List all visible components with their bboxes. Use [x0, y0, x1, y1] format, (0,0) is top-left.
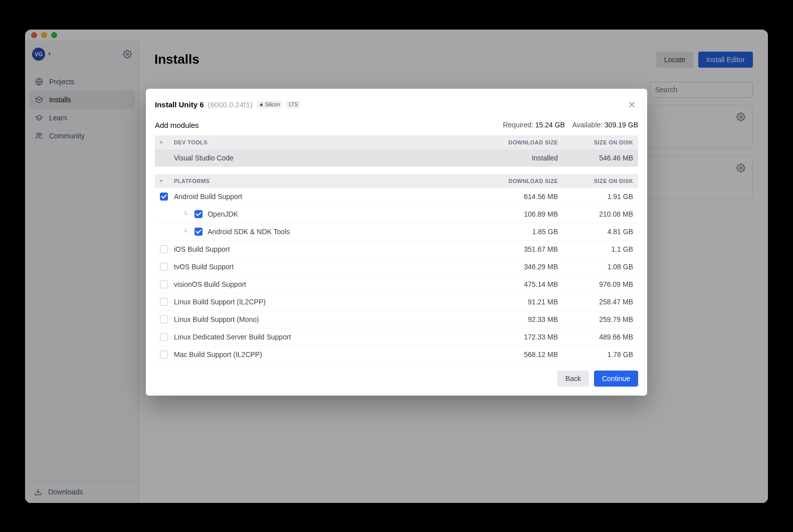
module-download-size: 1.85 GB — [483, 228, 558, 236]
disk-summary: Required: 15.24 GB Available: 309.19 GB — [503, 121, 638, 129]
module-checkbox[interactable] — [160, 193, 168, 201]
module-name: Linux Build Support (IL2CPP) — [174, 298, 483, 306]
module-disk-size: 1.1 GB — [558, 245, 633, 253]
module-download-size: 614.56 MB — [483, 193, 558, 201]
module-row-linux-il2cpp[interactable]: Linux Build Support (IL2CPP) 91.21 MB 25… — [155, 293, 638, 311]
module-checkbox[interactable] — [160, 280, 168, 288]
chevron-down-icon: ▾ — [160, 139, 174, 145]
module-name: Linux Build Support (Mono) — [174, 315, 483, 323]
module-disk-size: 4.81 GB — [558, 228, 633, 236]
module-name: iOS Build Support — [174, 245, 483, 253]
module-download-size: 568.12 MB — [483, 350, 558, 359]
module-name: visionOS Build Support — [174, 280, 483, 288]
module-name: Visual Studio Code — [174, 154, 483, 162]
module-download-size: 92.33 MB — [483, 315, 558, 323]
module-download-size: 346.29 MB — [483, 263, 558, 271]
module-disk-size: 489.66 MB — [558, 333, 633, 341]
modal-subtitle: Add modules — [155, 121, 199, 129]
module-name: Android Build Support — [174, 193, 483, 201]
module-row-mac-il2cpp[interactable]: Mac Build Support (IL2CPP) 568.12 MB 1.7… — [155, 346, 638, 364]
module-row-vscode: Visual Studio Code Installed 546.46 MB — [155, 149, 638, 167]
module-download-size: 351.67 MB — [483, 245, 558, 253]
module-checkbox[interactable] — [160, 263, 168, 271]
chevron-down-icon: ▾ — [160, 178, 174, 184]
module-row-visionos[interactable]: visionOS Build Support 475.14 MB 976.09 … — [155, 276, 638, 293]
module-row-tvos[interactable]: tvOS Build Support 346.29 MB 1.08 GB — [155, 258, 638, 276]
module-row-openjdk[interactable]: └ OpenJDK 106.89 MB 210.08 MB — [155, 206, 638, 223]
tree-elbow-icon: └ — [183, 228, 187, 235]
module-checkbox[interactable] — [160, 298, 168, 306]
module-row-android[interactable]: Android Build Support 614.56 MB 1.91 GB — [155, 188, 638, 206]
module-row-linux-mono[interactable]: Linux Build Support (Mono) 92.33 MB 259.… — [155, 311, 638, 328]
module-disk-size: 1.78 GB — [558, 350, 633, 359]
modules-list[interactable]: ▾ DEV TOOLS DOWNLOAD SIZE SIZE ON DISK V… — [146, 135, 647, 364]
module-row-android-sdk[interactable]: └ Android SDK & NDK Tools 1.85 GB 4.81 G… — [155, 223, 638, 241]
silicon-badge: Silicon — [257, 101, 282, 108]
module-download-size: 91.21 MB — [483, 298, 558, 306]
module-name: Android SDK & NDK Tools — [208, 228, 290, 236]
install-modules-modal: Install Unity 6 (6000.0.24f1) Silicon LT… — [146, 89, 647, 396]
module-row-linux-server[interactable]: Linux Dedicated Server Build Support 172… — [155, 328, 638, 346]
module-checkbox[interactable] — [160, 315, 168, 323]
apple-icon — [259, 102, 264, 107]
modal-overlay: Install Unity 6 (6000.0.24f1) Silicon LT… — [25, 30, 768, 503]
module-disk-size: 210.08 MB — [558, 210, 633, 218]
module-name: tvOS Build Support — [174, 263, 483, 271]
module-checkbox[interactable] — [160, 333, 168, 341]
continue-button[interactable]: Continue — [594, 371, 638, 387]
module-download-size: 475.14 MB — [483, 280, 558, 288]
module-disk-size: 546.46 MB — [558, 154, 633, 162]
module-disk-size: 259.79 MB — [558, 315, 633, 323]
module-checkbox[interactable] — [160, 245, 168, 253]
module-name: Linux Dedicated Server Build Support — [174, 333, 483, 341]
module-checkbox[interactable] — [194, 228, 203, 236]
module-download-size: 172.33 MB — [483, 333, 558, 341]
module-row-ios[interactable]: iOS Build Support 351.67 MB 1.1 GB — [155, 241, 638, 258]
module-name: OpenJDK — [208, 210, 238, 218]
module-disk-size: 1.08 GB — [558, 263, 633, 271]
app-window: VG ▾ Projects Installs Learn — [25, 30, 768, 503]
back-button[interactable]: Back — [557, 371, 589, 387]
module-download-size: Installed — [483, 154, 558, 162]
close-button[interactable]: ✕ — [626, 97, 638, 113]
module-name: Mac Build Support (IL2CPP) — [174, 350, 483, 359]
module-disk-size: 976.09 MB — [558, 280, 633, 288]
module-download-size: 106.89 MB — [483, 210, 558, 218]
section-header-platforms[interactable]: ▾ PLATFORMS DOWNLOAD SIZE SIZE ON DISK — [155, 174, 638, 188]
modal-title: Install Unity 6 (6000.0.24f1) Silicon LT… — [155, 100, 300, 109]
module-disk-size: 258.47 MB — [558, 298, 633, 306]
module-checkbox[interactable] — [194, 210, 203, 218]
section-header-devtools[interactable]: ▾ DEV TOOLS DOWNLOAD SIZE SIZE ON DISK — [155, 135, 638, 149]
lts-badge: LTS — [286, 101, 300, 108]
tree-elbow-icon: └ — [183, 210, 187, 218]
module-disk-size: 1.91 GB — [558, 193, 633, 201]
module-checkbox[interactable] — [160, 350, 168, 359]
